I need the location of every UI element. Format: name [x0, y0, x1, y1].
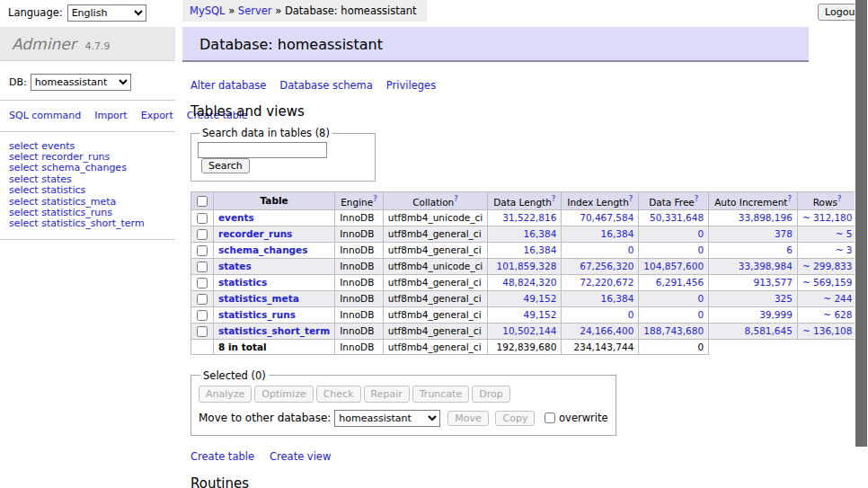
data-free-link[interactable]: 188,743,680 [643, 325, 704, 336]
help-link[interactable]: ? [629, 194, 633, 203]
table-name-link[interactable]: states [218, 261, 252, 271]
data-length-link[interactable]: 16,384 [524, 244, 557, 255]
page-title: Database: homeassistant [182, 27, 809, 62]
data-free-link[interactable]: 0 [697, 293, 704, 304]
data-length-link[interactable]: 48,824,320 [502, 277, 556, 288]
data-free-link[interactable]: 104,857,600 [643, 261, 704, 271]
data-length-link[interactable]: 101,859,328 [497, 261, 557, 271]
scrollbar-thumb[interactable] [855, 0, 867, 447]
table-name-link[interactable]: statistics [218, 277, 267, 288]
help-link[interactable]: ? [837, 194, 842, 203]
index-length-link[interactable]: 0 [628, 309, 634, 320]
rows-link[interactable]: ~ 244 [823, 293, 852, 304]
search-button[interactable]: Search [201, 158, 250, 173]
data-length-link[interactable]: 31,522,816 [502, 212, 556, 223]
sidebar-select-link[interactable]: select schema_changes [9, 163, 175, 173]
create-table-link[interactable]: Create table [190, 450, 254, 463]
row-checkbox-cell [191, 323, 214, 339]
data-free-link[interactable]: 0 [697, 309, 704, 320]
search-input[interactable] [198, 142, 327, 158]
data-free-cell: 0 [639, 306, 709, 323]
privileges-link[interactable]: Privileges [386, 79, 436, 92]
rows-link[interactable]: ~ 3 [836, 244, 853, 255]
index-length-link[interactable]: 24,166,400 [580, 325, 633, 336]
index-length-link[interactable]: 67,256,320 [580, 261, 633, 271]
auto-increment-link[interactable]: 8,581,645 [744, 325, 792, 336]
row-checkbox[interactable] [197, 310, 208, 321]
database-schema-link[interactable]: Database schema [279, 79, 372, 92]
help-link[interactable]: ? [373, 194, 377, 203]
index-length-link[interactable]: 0 [628, 244, 634, 255]
move-database-select[interactable]: homeassistant [334, 410, 440, 427]
table-row: statistics_runsInnoDButf8mb4_general_ci4… [191, 306, 868, 323]
database-action-links: Alter databaseDatabase schemaPrivileges [190, 79, 809, 92]
index-length-cell: 24,166,400 [562, 323, 639, 339]
row-checkbox-cell [191, 274, 214, 290]
help-link[interactable]: ? [552, 194, 556, 203]
rows-link[interactable]: ~ 5 [836, 228, 853, 239]
language-select[interactable]: English [67, 4, 146, 22]
auto-increment-link[interactable]: 913,577 [754, 277, 793, 288]
row-checkbox[interactable] [197, 278, 208, 288]
app-name[interactable]: Adminer [12, 35, 76, 53]
auto-increment-link[interactable]: 39,999 [759, 309, 793, 320]
overwrite-checkbox[interactable] [545, 413, 555, 423]
row-checkbox[interactable] [197, 213, 208, 224]
collation-cell: utf8mb4_general_ci [383, 226, 487, 242]
row-checkbox[interactable] [197, 245, 208, 256]
data-length-link[interactable]: 49,152 [524, 293, 557, 304]
rows-link[interactable]: ~ 312,180 [802, 212, 853, 223]
rows-link[interactable]: ~ 569,159 [802, 277, 853, 288]
table-name-link[interactable]: events [218, 212, 254, 223]
db-select[interactable]: homeassistant [31, 74, 131, 91]
row-checkbox[interactable] [197, 262, 208, 272]
auto-increment-link[interactable]: 6 [786, 244, 793, 255]
data-free-link[interactable]: 50,331,648 [650, 212, 704, 223]
help-link[interactable]: ? [695, 194, 699, 203]
rows-link[interactable]: ~ 299,833 [802, 261, 853, 271]
alter-database-link[interactable]: Alter database [190, 79, 266, 92]
auto-increment-link[interactable]: 325 [775, 293, 793, 304]
collation-cell: utf8mb4_general_ci [383, 274, 487, 290]
table-header-row: TableEngine?Collation?Data Length?Index … [191, 192, 868, 210]
auto-increment-link[interactable]: 33,898,196 [739, 212, 793, 223]
sidebar-select-link[interactable]: select statistics [9, 185, 175, 196]
help-link[interactable]: ? [454, 194, 458, 203]
collation-cell: utf8mb4_unicode_ci [383, 209, 487, 226]
data-free-link[interactable]: 0 [697, 244, 704, 255]
table-name-link[interactable]: statistics_short_term [218, 325, 330, 336]
row-checkbox[interactable] [197, 294, 208, 305]
table-name-link[interactable]: schema_changes [218, 244, 308, 255]
auto-increment-link[interactable]: 33,398,984 [739, 261, 793, 271]
data-length-link[interactable]: 10,502,144 [502, 325, 556, 336]
help-link[interactable]: ? [787, 194, 792, 203]
data-length-link[interactable]: 49,152 [524, 309, 557, 320]
create-view-link[interactable]: Create view [270, 450, 331, 463]
data-free-link[interactable]: 6,291,456 [656, 277, 704, 288]
row-checkbox[interactable] [197, 229, 208, 240]
table-name-link[interactable]: statistics_runs [218, 309, 296, 320]
index-length-link[interactable]: 70,467,584 [580, 212, 633, 223]
select-all-checkbox[interactable] [197, 196, 208, 207]
index-length-link[interactable]: 16,384 [601, 293, 634, 304]
breadcrumb-item[interactable]: MySQL [190, 4, 226, 17]
breadcrumb-item[interactable]: Server [238, 4, 272, 17]
index-length-link[interactable]: 72,220,672 [580, 277, 633, 288]
table-name-link[interactable]: recorder_runs [218, 228, 292, 239]
breadcrumb-item: Database: homeassistant [285, 4, 417, 17]
auto-increment-link[interactable]: 378 [775, 228, 793, 239]
row-checkbox[interactable] [197, 326, 208, 337]
rows-link[interactable]: ~ 628 [823, 309, 852, 320]
rows-link[interactable]: ~ 136,108 [802, 325, 853, 336]
table-name-link[interactable]: statistics_meta [218, 293, 299, 304]
data-length-link[interactable]: 16,384 [524, 228, 557, 239]
sidebar-select-link[interactable]: select statistics_short_term [9, 218, 175, 229]
row-checkbox-cell [191, 290, 214, 306]
sidebar-action-sql-command[interactable]: SQL command [9, 110, 81, 121]
sidebar-action-import[interactable]: Import [94, 110, 128, 121]
optimize-button: Optimize [254, 386, 313, 403]
column-header-engine: Engine? [335, 192, 384, 210]
index-length-link[interactable]: 16,384 [601, 228, 634, 239]
sidebar-action-export[interactable]: Export [141, 110, 173, 121]
data-free-link[interactable]: 0 [697, 228, 704, 239]
